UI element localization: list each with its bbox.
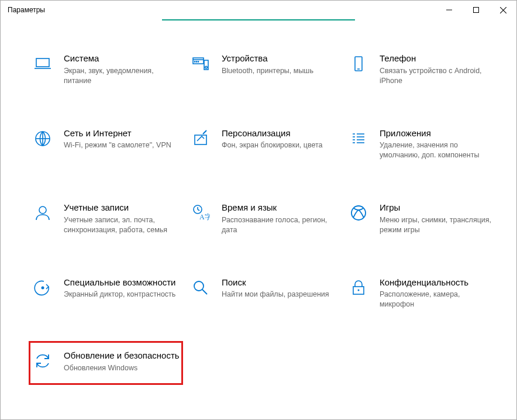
phone-icon xyxy=(348,53,369,74)
tile-phone[interactable]: Телефон Связать устройство с Android, iP… xyxy=(346,50,498,89)
tile-title: Система xyxy=(64,53,180,64)
tile-system[interactable]: Система Экран, звук, уведомления, питани… xyxy=(30,50,182,89)
tile-title: Учетные записи xyxy=(64,202,180,214)
svg-rect-6 xyxy=(193,58,204,64)
tile-accounts[interactable]: Учетные записи Учетные записи, эл. почта… xyxy=(30,199,182,239)
tile-title: Телефон xyxy=(380,53,495,64)
tile-desc: Связать устройство с Android, iPhone xyxy=(380,66,495,86)
tile-gaming[interactable]: Игры Меню игры, снимки, трансляция, режи… xyxy=(346,199,498,239)
svg-rect-4 xyxy=(36,58,49,67)
titlebar: Параметры xyxy=(1,1,516,19)
tile-time-language[interactable]: A字 Время и язык Распознавание голоса, ре… xyxy=(188,199,340,239)
tile-network[interactable]: Сеть и Интернет Wi-Fi, режим "в самолете… xyxy=(30,125,182,164)
tile-title: Игры xyxy=(380,202,495,214)
svg-point-34 xyxy=(194,281,204,291)
globe-icon xyxy=(32,128,53,149)
tile-privacy[interactable]: Конфиденциальность Расположение, камера,… xyxy=(346,274,498,314)
laptop-icon xyxy=(32,53,53,74)
tile-title: Время и язык xyxy=(222,202,337,214)
svg-rect-1 xyxy=(474,8,479,13)
tile-desc: Найти мои файлы, разрешения xyxy=(222,290,337,299)
tile-desc: Удаление, значения по умолчанию, доп. ко… xyxy=(380,140,495,160)
tile-devices[interactable]: Устройства Bluetooth, принтеры, мышь xyxy=(188,50,340,89)
tile-apps[interactable]: Приложения Удаление, значения по умолчан… xyxy=(346,125,498,164)
tile-search[interactable]: Поиск Найти мои файлы, разрешения xyxy=(188,274,340,314)
tile-title: Специальные возможности xyxy=(64,277,180,288)
svg-rect-18 xyxy=(195,135,206,144)
tile-title: Устройства xyxy=(222,53,337,64)
svg-point-37 xyxy=(358,289,360,291)
tile-title: Сеть и Интернет xyxy=(64,128,180,139)
close-button[interactable] xyxy=(490,1,516,19)
tile-desc: Расположение, камера, микрофон xyxy=(380,290,495,309)
svg-point-9 xyxy=(196,61,197,62)
tile-title: Конфиденциальность xyxy=(380,277,495,288)
tile-desc: Учетные записи, эл. почта, синхронизация… xyxy=(64,215,180,235)
tile-accessibility[interactable]: Специальные возможности Экранный диктор,… xyxy=(30,274,182,314)
svg-line-30 xyxy=(198,209,199,211)
tile-title: Обновление и безопасность xyxy=(64,350,180,362)
window-controls xyxy=(436,1,516,19)
tile-title: Приложения xyxy=(380,128,495,139)
tile-desc: Wi-Fi, режим "в самолете", VPN xyxy=(64,140,180,150)
settings-grid: Система Экран, звук, уведомления, питани… xyxy=(1,50,516,384)
person-icon xyxy=(32,202,53,223)
tile-personalization[interactable]: Персонализация Фон, экран блокировки, цв… xyxy=(188,125,340,164)
tile-desc: Меню игры, снимки, трансляция, режим игр… xyxy=(380,215,495,235)
svg-line-35 xyxy=(202,290,207,294)
svg-point-27 xyxy=(39,206,46,214)
sync-icon xyxy=(32,350,53,371)
xbox-icon xyxy=(348,202,369,223)
tile-title: Персонализация xyxy=(222,128,337,139)
maximize-button[interactable] xyxy=(463,1,490,19)
tile-desc: Фон, экран блокировки, цвета xyxy=(222,140,337,150)
tile-desc: Распознавание голоса, регион, дата xyxy=(222,215,337,235)
tile-title: Поиск xyxy=(222,277,337,288)
svg-point-32 xyxy=(351,206,366,220)
svg-point-10 xyxy=(198,61,198,62)
svg-text:A字: A字 xyxy=(199,213,210,221)
svg-point-12 xyxy=(205,66,208,68)
search-icon xyxy=(190,277,211,298)
svg-point-8 xyxy=(194,61,195,62)
window-title: Параметры xyxy=(8,6,45,14)
minimize-button[interactable] xyxy=(436,1,463,19)
devices-icon xyxy=(190,53,211,74)
search-underline xyxy=(162,19,355,20)
apps-icon xyxy=(348,128,369,149)
svg-point-33 xyxy=(42,286,44,289)
tile-update-security[interactable]: Обновление и безопасность Обновления Win… xyxy=(30,342,182,384)
tile-desc: Bluetooth, принтеры, мышь xyxy=(222,66,337,76)
lock-icon xyxy=(348,277,369,298)
tile-desc: Обновления Windows xyxy=(64,363,180,373)
tile-desc: Экранный диктор, контрастность xyxy=(64,290,180,299)
time-language-icon: A字 xyxy=(190,202,211,223)
tile-desc: Экран, звук, уведомления, питание xyxy=(64,66,180,86)
accessibility-icon xyxy=(32,277,53,298)
paintbrush-icon xyxy=(190,128,211,149)
